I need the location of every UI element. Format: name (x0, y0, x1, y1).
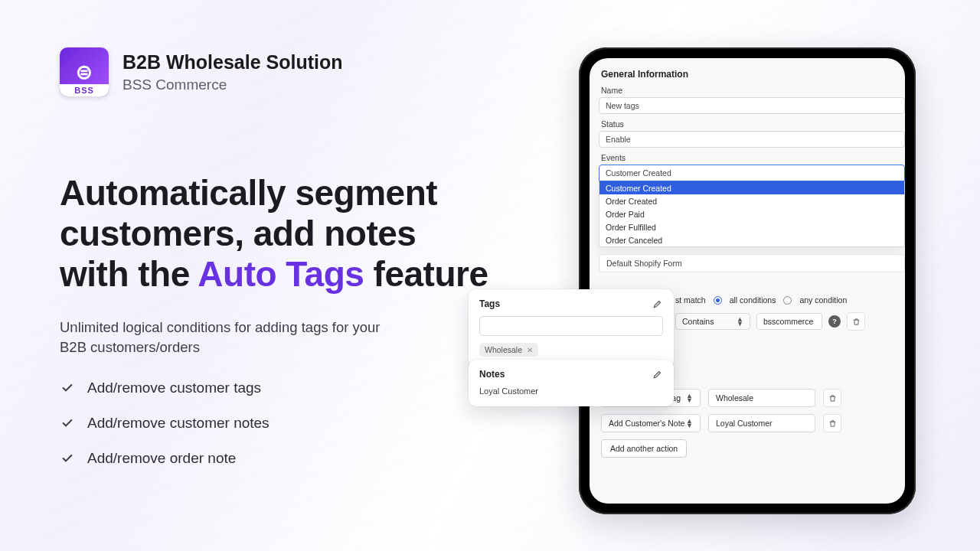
condition-operator-select[interactable]: Contains ▲▼ (675, 313, 750, 330)
events-select[interactable]: Customer Created (599, 165, 905, 181)
action-value-field[interactable]: Loyal Customer (708, 414, 815, 432)
events-option[interactable]: Customer Created (599, 181, 904, 194)
app-title: B2B Wholesale Solution (122, 51, 343, 73)
app-vendor: BSS Commerce (122, 77, 343, 93)
events-option[interactable]: Order Canceled (599, 233, 904, 246)
pencil-icon[interactable] (652, 369, 663, 380)
feature-list: Add/remove customer tags Add/remove cust… (60, 380, 488, 467)
section-title: General Information (601, 69, 899, 80)
add-action-button[interactable]: Add another action (601, 439, 687, 458)
chevron-updown-icon: ▲▼ (686, 393, 693, 403)
close-icon[interactable]: ✕ (527, 346, 533, 354)
events-label: Events (601, 153, 899, 162)
status-select[interactable]: Enable (599, 131, 905, 148)
form-source-select[interactable]: Default Shopify Form (599, 254, 905, 272)
name-field[interactable]: New tags (599, 97, 905, 114)
action-row: Add Customer's Note ▲▼ Loyal Customer (601, 414, 905, 432)
check-icon (60, 380, 75, 396)
hero-heading: Automatically segment customers, add not… (60, 173, 488, 295)
action-value-field[interactable]: Wholesale (708, 389, 815, 407)
delete-action-button[interactable] (823, 414, 841, 432)
delete-action-button[interactable] (823, 389, 841, 407)
match-label: st match (675, 295, 706, 305)
events-option[interactable]: Order Created (599, 194, 904, 207)
tags-card-title: Tags (479, 298, 500, 309)
check-icon (60, 451, 75, 466)
list-item: Add/remove customer tags (60, 380, 488, 396)
list-item: Add/remove customer notes (60, 415, 488, 432)
tablet-frame: General Information Name New tags Status… (579, 47, 916, 514)
radio-all-conditions[interactable] (714, 296, 722, 305)
chevron-updown-icon: ▲▼ (686, 419, 693, 428)
trash-icon (852, 318, 861, 326)
hero-subtext: Unlimited logical conditions for adding … (60, 318, 389, 359)
trash-icon (828, 394, 837, 403)
check-icon (60, 416, 75, 431)
app-logo: ⊜ BSS (60, 47, 109, 96)
condition-value-field[interactable]: bsscommerce (756, 313, 822, 330)
events-option[interactable]: Order Fulfilled (599, 220, 904, 233)
tags-input[interactable] (479, 316, 663, 336)
notes-body: Loyal Customer (479, 386, 663, 396)
radio-any-condition[interactable] (783, 296, 792, 305)
pencil-icon[interactable] (652, 298, 663, 309)
chevron-updown-icon: ▲▼ (737, 317, 743, 326)
trash-icon (828, 419, 837, 428)
tags-card: Tags Wholesale✕ (469, 289, 674, 367)
notes-card-title: Notes (479, 369, 505, 380)
tag-chip[interactable]: Wholesale✕ (479, 343, 538, 357)
events-option[interactable]: Order Paid (599, 207, 904, 220)
events-dropdown: Customer Created Order Created Order Pai… (599, 181, 905, 247)
list-item: Add/remove order note (60, 450, 488, 467)
notes-card: Notes Loyal Customer (469, 360, 674, 406)
name-label: Name (601, 86, 899, 95)
help-icon[interactable]: ? (828, 315, 841, 328)
action-type-select[interactable]: Add Customer's Note ▲▼ (601, 414, 701, 432)
status-label: Status (601, 119, 899, 129)
delete-condition-button[interactable] (847, 312, 865, 331)
